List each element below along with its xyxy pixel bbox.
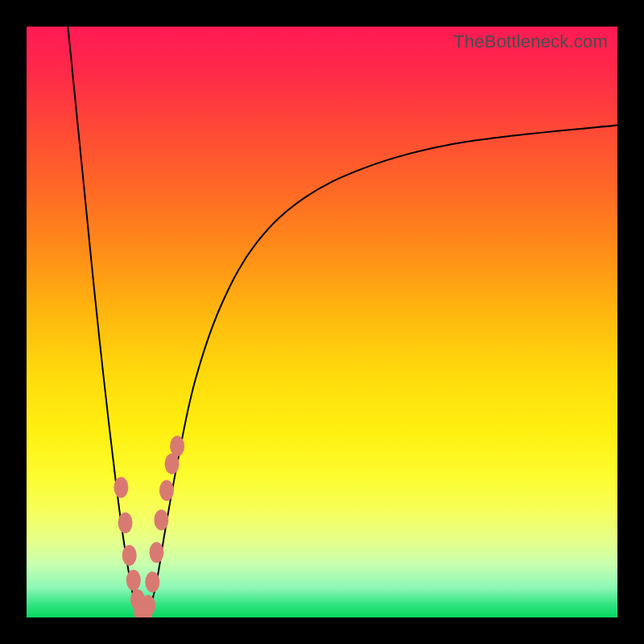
curve-svg [27,27,617,617]
bead-marker [154,510,168,530]
bead-marker [118,513,133,534]
bead-marker [141,595,155,616]
bead-marker [145,572,159,592]
beads-group [114,436,184,617]
bead-marker [126,570,141,591]
bead-marker [149,542,163,563]
bead-marker [159,480,174,501]
plot-area: TheBottleneck.com [27,27,617,617]
bead-marker [114,477,128,498]
bead-marker [122,545,137,566]
chart-frame: TheBottleneck.com [0,0,644,644]
bead-marker [170,436,184,456]
curve-right-branch [148,126,617,615]
